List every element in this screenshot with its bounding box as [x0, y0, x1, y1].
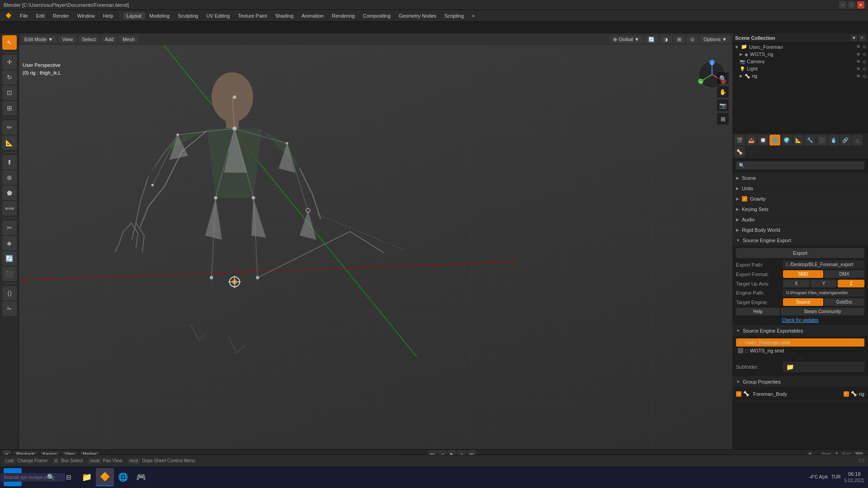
menu-animation[interactable]: Animation [298, 12, 327, 19]
tool-inset[interactable]: ⊕ [2, 170, 17, 185]
section-rigid-body-world-header[interactable]: ▶ Rigid Body World [732, 225, 868, 235]
section-group-properties-header[interactable]: ▼ Group Properties [732, 377, 868, 387]
menu-compositing[interactable]: Compositing [359, 12, 394, 19]
output-properties-icon[interactable]: 📤 [746, 135, 757, 145]
group-rig-checkbox[interactable]: ✓ [844, 391, 849, 397]
view-selector[interactable]: View [58, 36, 76, 43]
engine-path-value[interactable]: D:\Program Files_maker\game\bin [783, 289, 864, 296]
check-updates-link[interactable]: Check for updates [782, 318, 818, 323]
tool-extrude[interactable]: ⬆ [2, 155, 17, 169]
taskbar-task-view[interactable]: ⊟ [60, 468, 78, 486]
world-properties-icon[interactable]: 🌍 [781, 135, 792, 145]
pan-icon[interactable]: ✋ [717, 86, 729, 98]
viewport-canvas[interactable]: User Perspective (0) rig : thigh_ik.L Z … [19, 45, 732, 474]
property-search-input[interactable] [736, 161, 864, 169]
section-scene-header[interactable]: ▶ Scene [732, 173, 868, 183]
wgts-rig-checkbox[interactable] [738, 348, 743, 353]
xray-toggle[interactable]: ⊙ [687, 36, 698, 43]
global-local[interactable]: ⊕ Global ▼ [609, 36, 643, 43]
modifier-properties-icon[interactable]: 🔧 [805, 135, 816, 145]
tool-annotate[interactable]: ✏ [2, 120, 17, 135]
outliner-new[interactable]: + [859, 35, 865, 41]
tool-poly-build[interactable]: ◈ [2, 236, 17, 250]
menu-blender[interactable]: 🔶 [2, 12, 15, 19]
exportable-wgts-rig[interactable]: □ WGTS_rig.smd [736, 347, 864, 355]
tool-spin[interactable]: 🔄 [2, 251, 17, 266]
outliner-filter[interactable]: ▼ [851, 35, 857, 41]
mode-selector[interactable]: Edit Mode ▼ [21, 36, 57, 43]
outliner-item-wgts[interactable]: ▶ ◈ WGTS_rig 👁 ⊙ [732, 51, 868, 58]
menu-shading[interactable]: Shading [272, 12, 297, 19]
light-eye-icon[interactable]: 👁 [856, 66, 861, 71]
object-properties-icon[interactable]: 📐 [793, 135, 804, 145]
format-smd-button[interactable]: SMD [783, 270, 823, 278]
tool-shear[interactable]: ⟨⟩ [2, 286, 17, 300]
light-cursor-icon[interactable]: ⊙ [863, 66, 866, 71]
section-exportables-header[interactable]: ▼ Source Engine Exportables [732, 326, 868, 336]
maximize-button[interactable]: □ [848, 1, 855, 9]
mesh-menu[interactable]: Mesh [119, 36, 138, 43]
particles-icon[interactable]: ⬛ [816, 135, 827, 145]
tool-measure[interactable]: 📐 [2, 136, 17, 150]
menu-rendering[interactable]: Rendering [328, 12, 359, 19]
outliner-item-usec-foreman[interactable]: ▼ 📁 Usec_Foreman 👁 ⊙ [732, 43, 868, 51]
axis-x-button[interactable]: X [783, 280, 810, 287]
menu-scripting[interactable]: Scripting [441, 12, 467, 19]
menu-layout[interactable]: Layout [123, 12, 145, 19]
tool-move[interactable]: ✛ [2, 55, 17, 69]
eye-icon[interactable]: 👁 [856, 44, 861, 49]
rig-cursor-icon[interactable]: ⊙ [863, 74, 866, 79]
tool-rip[interactable]: ✁ [2, 301, 17, 316]
grid-icon[interactable]: ⊞ [717, 113, 729, 125]
tool-knife[interactable]: ✂ [2, 221, 17, 235]
options-btn[interactable]: Options ▼ [700, 36, 731, 43]
section-audio-header[interactable]: ▶ Audio [732, 215, 868, 225]
menu-help[interactable]: Help [99, 12, 117, 19]
menu-geometry-nodes[interactable]: Geometry Nodes [395, 12, 440, 19]
tool-bevel[interactable]: ⬟ [2, 186, 17, 200]
minimize-button[interactable]: ─ [839, 1, 846, 9]
axis-y-button[interactable]: Y [811, 280, 837, 287]
shading-selector[interactable]: 🔄 [645, 36, 658, 43]
outliner-item-light[interactable]: 💡 Light 👁 ⊙ [732, 65, 868, 72]
engine-goldsrc-button[interactable]: GoldSrc [824, 298, 864, 306]
viewport[interactable]: Edit Mode ▼ View Select Add Mesh ⊕ Globa… [19, 33, 732, 474]
menu-modeling[interactable]: Modeling [146, 12, 174, 19]
camera-cursor-icon[interactable]: ⊙ [863, 59, 866, 64]
add-menu[interactable]: Add [101, 36, 118, 43]
wgts-eye-icon[interactable]: 👁 [856, 52, 861, 57]
section-gravity-header[interactable]: ▶ ✓ Gravity [732, 194, 868, 204]
data-properties-icon[interactable]: △ [852, 135, 863, 145]
exportable-usec-foreman[interactable]: ✓ Usec_Foreman.smd [736, 338, 864, 347]
menu-sculpting[interactable]: Sculpting [174, 12, 202, 19]
tool-rotate[interactable]: ↻ [2, 70, 17, 84]
subfolder-value[interactable]: 📁 [783, 362, 864, 372]
menu-add[interactable]: + [468, 12, 478, 19]
menu-texture-paint[interactable]: Texture Paint [234, 12, 270, 19]
group-body-checkbox[interactable]: ✓ [736, 391, 741, 397]
tool-loop-cut[interactable]: ⟺ [2, 201, 17, 216]
menu-render[interactable]: Render [49, 12, 73, 19]
render-properties-icon[interactable]: 🎬 [734, 135, 745, 145]
engine-source-button[interactable]: Source [783, 298, 823, 306]
scene-properties-icon[interactable]: 🌐 [769, 135, 780, 145]
camera-eye-icon[interactable]: 👁 [856, 59, 861, 64]
view-layer-icon[interactable]: 🔲 [758, 135, 769, 145]
rig-eye-icon[interactable]: 👁 [856, 74, 861, 79]
tool-scale[interactable]: ⊡ [2, 85, 17, 100]
close-button[interactable]: ✕ [857, 1, 864, 9]
menu-window[interactable]: Window [74, 12, 99, 19]
outliner-item-rig[interactable]: ▶ 🦴 rig 👁 ⊙ [732, 72, 868, 80]
viewport-shading[interactable]: ◑ [660, 36, 672, 43]
usec-foreman-checkbox[interactable]: ✓ [738, 340, 743, 345]
format-dmx-button[interactable]: DMX [824, 270, 864, 278]
camera-icon[interactable]: 📷 [717, 99, 729, 111]
physics-icon[interactable]: 💧 [828, 135, 839, 145]
taskbar-chrome[interactable]: 🌐 [114, 468, 132, 486]
select-menu[interactable]: Select [78, 36, 99, 43]
section-keying-sets-header[interactable]: ▶ Keying Sets [732, 204, 868, 214]
taskbar-search[interactable] [24, 468, 42, 486]
taskbar-cortana[interactable]: 🔍 [42, 468, 60, 486]
export-button[interactable]: Export [736, 248, 864, 258]
steam-community-button[interactable]: Steam Community [781, 308, 864, 315]
